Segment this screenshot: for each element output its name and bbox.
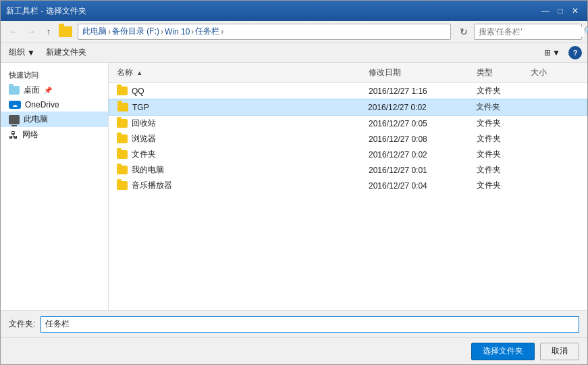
- table-row[interactable]: 浏览器 2016/12/27 0:08 文件夹: [109, 131, 587, 147]
- cancel-button[interactable]: 取消: [540, 343, 579, 360]
- sidebar-item-computer[interactable]: 此电脑: [1, 112, 108, 127]
- file-size-cell: [528, 123, 582, 124]
- folder-icon: [117, 150, 128, 159]
- organize-button[interactable]: 组织 ▼: [6, 45, 38, 59]
- sidebar-section-quick-access: 快速访问: [1, 68, 108, 82]
- folder-icon: [117, 135, 128, 143]
- file-name-cell: 回收站: [114, 117, 366, 130]
- file-list: 名称 ▲ 修改日期 类型 大小 QQ 2016/12/27 1:16: [109, 63, 587, 310]
- table-row[interactable]: 音乐播放器 2016/12/27 0:04 文件夹: [109, 178, 587, 193]
- title-bar: 新工具栏 - 选择文件夹 — □ ✕: [1, 1, 587, 21]
- file-size-cell: [528, 170, 582, 171]
- address-part-backup[interactable]: 备份目录 (F:): [112, 26, 159, 37]
- search-box: 🔍: [474, 24, 582, 40]
- file-type-cell: 文件夹: [474, 164, 528, 176]
- filename-input[interactable]: [41, 316, 579, 333]
- file-date-cell: 2016/12/27 1:16: [366, 86, 474, 97]
- minimize-button[interactable]: —: [539, 5, 552, 17]
- address-part-computer[interactable]: 此电脑: [82, 26, 107, 37]
- view-icon: ⊞: [544, 48, 551, 57]
- new-folder-button[interactable]: 新建文件夹: [43, 45, 89, 59]
- bottom-bar: 文件夹:: [1, 310, 587, 337]
- sidebar: 快速访问 桌面 📌 ☁ OneDrive 此电脑 🖧 网络: [1, 63, 109, 310]
- view-arrow: ▼: [552, 48, 560, 57]
- desktop-icon: [9, 86, 20, 95]
- search-input[interactable]: [475, 27, 584, 36]
- address-bar[interactable]: 此电脑 › 备份目录 (F:) › Win 10 › 任务栏 ›: [78, 24, 451, 40]
- file-name-cell: TGP: [115, 102, 365, 113]
- organize-label: 组织: [9, 47, 25, 58]
- file-size-cell: [528, 91, 582, 92]
- file-name-cell: QQ: [114, 86, 366, 97]
- file-date-cell: 2016/12/27 0:01: [366, 165, 474, 176]
- pin-icon: 📌: [44, 87, 52, 94]
- view-button[interactable]: ⊞ ▼: [541, 47, 563, 59]
- table-row[interactable]: TGP 2016/12/27 0:02 文件夹: [109, 99, 587, 116]
- col-header-date[interactable]: 修改日期: [366, 66, 474, 80]
- table-row[interactable]: 文件夹 2016/12/27 0:02 文件夹: [109, 147, 587, 162]
- back-button[interactable]: ←: [6, 24, 21, 39]
- select-folder-button[interactable]: 选择文件夹: [471, 343, 535, 360]
- file-size-cell: [528, 139, 582, 140]
- file-type-cell: 文件夹: [474, 117, 528, 130]
- computer-label: 此电脑: [24, 114, 48, 125]
- onedrive-label: OneDrive: [25, 100, 59, 110]
- action-row: 选择文件夹 取消: [1, 337, 587, 364]
- close-button[interactable]: ✕: [568, 5, 582, 17]
- file-date-cell: 2016/12/27 0:02: [366, 149, 474, 160]
- table-row[interactable]: QQ 2016/12/27 1:16 文件夹: [109, 83, 587, 99]
- folder-icon: [117, 119, 128, 128]
- address-part-taskbar[interactable]: 任务栏: [195, 26, 219, 37]
- quick-access-label: 快速访问: [9, 70, 38, 80]
- folder-icon: [117, 87, 128, 95]
- col-header-size[interactable]: 大小: [528, 66, 582, 80]
- search-button[interactable]: 🔍: [584, 24, 588, 39]
- file-type-cell: 文件夹: [474, 84, 528, 97]
- navigation-toolbar: ← → ↑ 此电脑 › 备份目录 (F:) › Win 10 › 任务栏 › ↻…: [1, 21, 587, 43]
- forward-button[interactable]: →: [24, 24, 38, 39]
- network-label: 网络: [22, 129, 38, 141]
- dialog-window: 新工具栏 - 选择文件夹 — □ ✕ ← → ↑ 此电脑 › 备份目录 (F:)…: [0, 0, 588, 365]
- folder-icon: [117, 166, 128, 174]
- address-folder-icon: [59, 26, 72, 37]
- refresh-button[interactable]: ↻: [456, 24, 471, 39]
- dialog-title: 新工具栏 - 选择文件夹: [6, 5, 86, 17]
- maximize-button[interactable]: □: [554, 5, 567, 17]
- file-size-cell: [528, 185, 582, 187]
- sidebar-item-desktop[interactable]: 桌面 📌: [1, 82, 108, 98]
- table-row[interactable]: 回收站 2016/12/27 0:05 文件夹: [109, 116, 587, 131]
- content-area: 快速访问 桌面 📌 ☁ OneDrive 此电脑 🖧 网络: [1, 63, 587, 310]
- col-header-name[interactable]: 名称 ▲: [114, 66, 366, 80]
- file-list-header: 名称 ▲ 修改日期 类型 大小: [109, 63, 587, 83]
- file-name-cell: 我的电脑: [114, 164, 366, 176]
- file-size-cell: [527, 107, 581, 108]
- file-name-cell: 音乐播放器: [114, 179, 366, 192]
- file-date-cell: 2016/12/27 0:05: [366, 118, 474, 129]
- file-date-cell: 2016/12/27 0:02: [365, 102, 473, 113]
- table-row[interactable]: 我的电脑 2016/12/27 0:01 文件夹: [109, 162, 587, 178]
- command-bar: 组织 ▼ 新建文件夹 ⊞ ▼ ?: [1, 43, 587, 63]
- file-type-cell: 文件夹: [474, 132, 528, 145]
- folder-icon: [117, 103, 128, 112]
- onedrive-icon: ☁: [9, 101, 21, 109]
- file-date-cell: 2016/12/27 0:04: [366, 180, 474, 191]
- filename-label: 文件夹:: [9, 318, 35, 330]
- file-date-cell: 2016/12/27 0:08: [366, 134, 474, 145]
- address-part-win10[interactable]: Win 10: [165, 27, 190, 36]
- sidebar-item-network[interactable]: 🖧 网络: [1, 127, 108, 143]
- title-bar-controls: — □ ✕: [539, 5, 582, 17]
- file-rows-container: QQ 2016/12/27 1:16 文件夹 TGP 2016/12/27 0:…: [109, 83, 587, 193]
- new-folder-label: 新建文件夹: [46, 47, 86, 58]
- file-size-cell: [528, 154, 582, 155]
- organize-arrow: ▼: [27, 48, 35, 57]
- file-name-cell: 浏览器: [114, 132, 366, 145]
- file-type-cell: 文件夹: [473, 101, 527, 114]
- file-type-cell: 文件夹: [474, 179, 528, 192]
- file-type-cell: 文件夹: [474, 148, 528, 161]
- col-header-type[interactable]: 类型: [474, 66, 528, 80]
- up-button[interactable]: ↑: [41, 24, 56, 39]
- folder-icon: [117, 181, 128, 190]
- sidebar-item-onedrive[interactable]: ☁ OneDrive: [1, 98, 108, 112]
- help-button[interactable]: ?: [568, 46, 582, 59]
- desktop-label: 桌面: [24, 84, 40, 96]
